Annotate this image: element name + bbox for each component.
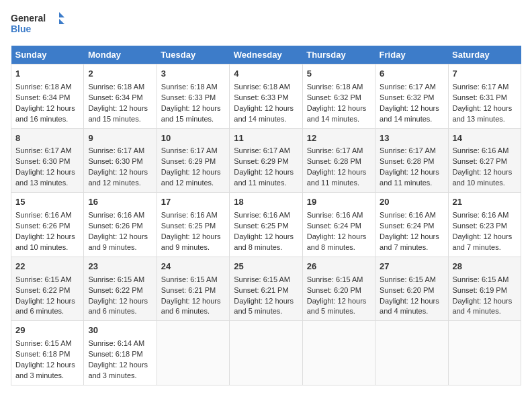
day-number: 24 — [161, 261, 225, 273]
day-number: 20 — [380, 196, 443, 209]
calendar-cell — [302, 321, 375, 385]
day-info-line: and 14 minutes. — [380, 114, 443, 125]
day-info-line: Daylight: 12 hours — [88, 232, 152, 242]
day-info-line: and 5 minutes. — [307, 306, 371, 317]
day-info-line: Sunrise: 6:17 AM — [453, 82, 517, 93]
day-info-line: and 12 minutes. — [161, 178, 225, 189]
day-number: 6 — [380, 68, 443, 81]
day-number: 30 — [88, 324, 152, 337]
day-info-line: Sunset: 6:19 PM — [453, 285, 517, 296]
calendar-cell: 3Sunrise: 6:18 AMSunset: 6:33 PMDaylight… — [157, 64, 229, 129]
weekday-header: Thursday — [302, 46, 375, 64]
day-info-line: Sunset: 6:20 PM — [307, 285, 371, 296]
day-number: 28 — [453, 261, 517, 273]
day-number: 7 — [453, 68, 517, 81]
day-number: 17 — [161, 196, 225, 209]
calendar-cell: 20Sunrise: 6:16 AMSunset: 6:24 PMDayligh… — [375, 193, 448, 257]
day-info-line: and 3 minutes. — [15, 371, 79, 381]
day-info-line: Sunrise: 6:16 AM — [15, 210, 79, 221]
day-number: 13 — [380, 132, 443, 145]
calendar-cell — [375, 321, 448, 385]
day-info-line: Sunset: 6:29 PM — [234, 156, 298, 167]
day-number: 9 — [88, 132, 152, 145]
day-info-line: Daylight: 12 hours — [15, 232, 79, 242]
day-info-line: Sunset: 6:32 PM — [380, 93, 443, 103]
calendar-cell: 23Sunrise: 6:15 AMSunset: 6:22 PMDayligh… — [84, 257, 157, 321]
calendar-cell: 12Sunrise: 6:17 AMSunset: 6:28 PMDayligh… — [302, 128, 375, 193]
day-info-line: Sunset: 6:21 PM — [234, 285, 298, 296]
day-number: 19 — [307, 196, 371, 209]
calendar-cell: 27Sunrise: 6:15 AMSunset: 6:20 PMDayligh… — [375, 257, 448, 321]
day-info-line: Sunset: 6:24 PM — [307, 221, 371, 232]
day-info-line: Sunset: 6:33 PM — [234, 93, 298, 103]
day-info-line: Sunset: 6:25 PM — [161, 221, 225, 232]
day-info-line: Daylight: 12 hours — [88, 103, 152, 114]
calendar-cell: 2Sunrise: 6:18 AMSunset: 6:34 PMDaylight… — [84, 64, 157, 129]
calendar-cell: 6Sunrise: 6:17 AMSunset: 6:32 PMDaylight… — [375, 64, 448, 129]
day-info-line: and 7 minutes. — [380, 242, 443, 253]
calendar-cell: 14Sunrise: 6:16 AMSunset: 6:27 PMDayligh… — [448, 128, 521, 193]
calendar-cell: 17Sunrise: 6:16 AMSunset: 6:25 PMDayligh… — [157, 193, 229, 257]
day-info-line: Daylight: 12 hours — [234, 103, 298, 114]
day-info-line: Sunrise: 6:15 AM — [15, 275, 79, 285]
calendar-cell: 8Sunrise: 6:17 AMSunset: 6:30 PMDaylight… — [11, 128, 84, 193]
day-info-line: and 15 minutes. — [161, 114, 225, 125]
day-info-line: Sunrise: 6:17 AM — [161, 146, 225, 156]
weekday-header: Monday — [84, 46, 157, 64]
day-info-line: Daylight: 12 hours — [307, 232, 371, 242]
day-info-line: and 13 minutes. — [453, 114, 517, 125]
day-info-line: Sunset: 6:20 PM — [380, 285, 443, 296]
day-info-line: Sunrise: 6:16 AM — [453, 146, 517, 156]
day-info-line: Daylight: 12 hours — [307, 296, 371, 307]
weekday-header: Wednesday — [230, 46, 302, 64]
day-info-line: and 7 minutes. — [453, 242, 517, 253]
calendar-cell: 9Sunrise: 6:17 AMSunset: 6:30 PMDaylight… — [84, 128, 157, 193]
day-info-line: Sunset: 6:34 PM — [15, 93, 79, 103]
day-info-line: Sunset: 6:29 PM — [161, 156, 225, 167]
day-number: 11 — [234, 132, 298, 145]
day-info-line: Sunrise: 6:18 AM — [88, 82, 152, 93]
day-info-line: Sunrise: 6:15 AM — [453, 275, 517, 285]
weekday-header: Tuesday — [157, 46, 229, 64]
day-number: 14 — [453, 132, 517, 145]
calendar-cell — [230, 321, 302, 385]
day-info-line: and 13 minutes. — [15, 178, 79, 189]
day-info-line: Daylight: 12 hours — [234, 232, 298, 242]
day-info-line: and 4 minutes. — [453, 306, 517, 317]
day-info-line: and 10 minutes. — [453, 178, 517, 189]
day-info-line: Sunrise: 6:18 AM — [307, 82, 371, 93]
day-number: 26 — [307, 261, 371, 273]
day-info-line: and 9 minutes. — [88, 242, 152, 253]
day-number: 8 — [15, 132, 79, 145]
day-info-line: Daylight: 12 hours — [380, 167, 443, 178]
day-info-line: and 8 minutes. — [234, 242, 298, 253]
day-info-line: and 16 minutes. — [15, 114, 79, 125]
day-info-line: and 9 minutes. — [161, 242, 225, 253]
calendar-cell: 11Sunrise: 6:17 AMSunset: 6:29 PMDayligh… — [230, 128, 302, 193]
day-info-line: Daylight: 12 hours — [161, 103, 225, 114]
day-info-line: and 10 minutes. — [15, 242, 79, 253]
day-info-line: and 11 minutes. — [307, 178, 371, 189]
day-info-line: Daylight: 12 hours — [161, 296, 225, 307]
calendar-cell: 21Sunrise: 6:16 AMSunset: 6:23 PMDayligh… — [448, 193, 521, 257]
day-info-line: Daylight: 12 hours — [88, 167, 152, 178]
day-info-line: Sunrise: 6:17 AM — [15, 146, 79, 156]
day-info-line: Daylight: 12 hours — [380, 232, 443, 242]
weekday-header: Saturday — [448, 46, 521, 64]
calendar-cell: 4Sunrise: 6:18 AMSunset: 6:33 PMDaylight… — [230, 64, 302, 129]
calendar-cell: 25Sunrise: 6:15 AMSunset: 6:21 PMDayligh… — [230, 257, 302, 321]
day-info-line: Sunset: 6:26 PM — [88, 221, 152, 232]
day-info-line: Sunrise: 6:18 AM — [161, 82, 225, 93]
day-info-line: Daylight: 12 hours — [453, 103, 517, 114]
day-number: 4 — [234, 68, 298, 81]
calendar-cell: 1Sunrise: 6:18 AMSunset: 6:34 PMDaylight… — [11, 64, 84, 129]
day-info-line: Daylight: 12 hours — [307, 103, 371, 114]
day-info-line: Daylight: 12 hours — [453, 167, 517, 178]
day-info-line: Sunset: 6:31 PM — [453, 93, 517, 103]
day-number: 12 — [307, 132, 371, 145]
day-info-line: Sunrise: 6:16 AM — [234, 210, 298, 221]
calendar-cell: 19Sunrise: 6:16 AMSunset: 6:24 PMDayligh… — [302, 193, 375, 257]
day-number: 21 — [453, 196, 517, 209]
day-info-line: Daylight: 12 hours — [15, 296, 79, 307]
day-info-line: and 15 minutes. — [88, 114, 152, 125]
